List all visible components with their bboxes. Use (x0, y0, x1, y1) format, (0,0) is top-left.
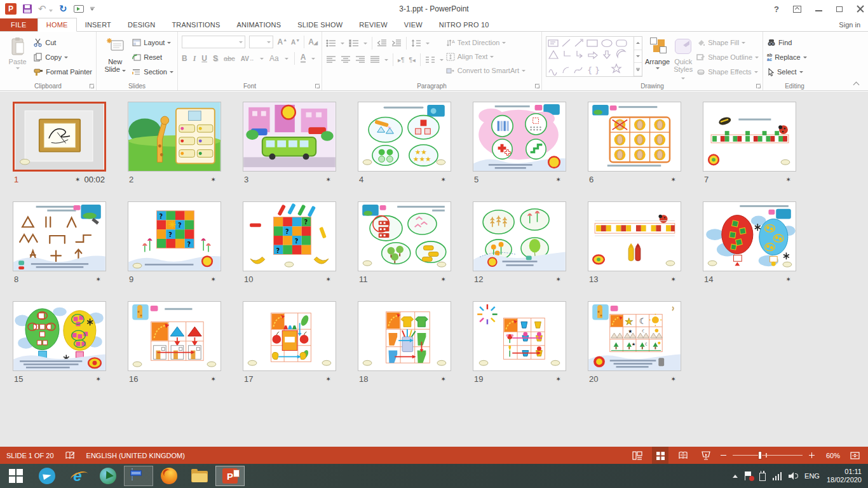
undo-button[interactable]: ↶ (38, 3, 53, 15)
italic-button[interactable]: I (193, 54, 196, 64)
zoom-slider-knob[interactable] (758, 451, 762, 459)
slide-cell[interactable]: 11 ✶ (358, 201, 451, 284)
help-button[interactable]: ? (774, 4, 779, 14)
taskbar-clock[interactable]: 01:1118/02/2020 (827, 468, 862, 484)
quick-styles-button[interactable]: QuickStyles (672, 34, 694, 81)
slide-cell[interactable]: 13 ✶ (588, 201, 681, 284)
new-slide-button[interactable]: NewSlide (100, 34, 130, 81)
underline-button[interactable]: U (201, 54, 207, 63)
action-center-icon[interactable] (745, 471, 752, 480)
slide-thumbnail[interactable]: ???? (243, 201, 336, 271)
section-caret-icon[interactable] (170, 71, 173, 73)
undo-caret-icon[interactable] (49, 10, 53, 12)
slide-thumbnail[interactable] (13, 201, 106, 271)
reading-view-button[interactable] (675, 447, 691, 464)
columns-icon[interactable] (425, 55, 435, 64)
slide-cell[interactable]: 12 ✶ (473, 201, 566, 284)
cut-button[interactable]: Cut (34, 36, 92, 49)
slide-thumbnail[interactable] (588, 201, 681, 271)
start-slideshow-icon[interactable] (74, 5, 84, 13)
align-text-button[interactable]: Align Text (446, 50, 526, 63)
copy-button[interactable]: Copy (34, 51, 92, 64)
slide-sorter-view-button[interactable] (652, 447, 668, 464)
font-color-caret-icon[interactable] (311, 58, 315, 60)
slide-thumbnail[interactable] (703, 102, 796, 172)
normal-view-button[interactable] (629, 447, 646, 464)
slide-cell[interactable]: 6 ✶ (588, 102, 681, 184)
power-icon[interactable] (759, 473, 766, 481)
text-direction-button[interactable]: A Text Direction (446, 36, 526, 49)
slide-thumbnail[interactable] (358, 201, 451, 271)
tab-review[interactable]: REVIEW (351, 18, 396, 31)
increase-indent-icon[interactable] (391, 39, 402, 48)
select-caret-icon[interactable] (799, 71, 803, 73)
tab-animations[interactable]: ANIMATIONS (229, 18, 290, 31)
text-shadow-button[interactable]: S (213, 54, 218, 63)
grow-font-button[interactable]: A▲ (277, 37, 287, 46)
ribbon-display-options-button[interactable] (793, 6, 801, 13)
slide-thumbnail[interactable] (243, 102, 336, 172)
fit-to-window-button[interactable] (846, 447, 863, 464)
tab-transitions[interactable]: TRANSITIONS (163, 18, 228, 31)
format-painter-button[interactable]: Format Painter (34, 65, 92, 78)
taskbar-internet-explorer[interactable]: e (63, 466, 92, 486)
find-button[interactable]: Find (767, 36, 807, 49)
tab-file[interactable]: FILE (0, 18, 37, 31)
slide-thumbnail[interactable] (13, 102, 106, 172)
slide-thumbnail[interactable] (703, 201, 796, 271)
slide-thumbnail[interactable]: ★★★★★ (358, 102, 451, 172)
slide-thumbnail[interactable] (473, 301, 566, 371)
paragraph-dialog-launcher[interactable] (535, 84, 539, 88)
zoom-out-button[interactable] (721, 455, 726, 456)
clipboard-dialog-launcher[interactable] (90, 84, 94, 88)
slide-cell[interactable]: 7 ✶ (703, 102, 796, 184)
tab-nitro-pro[interactable]: NITRO PRO 10 (431, 18, 498, 31)
section-button[interactable]: Section (132, 65, 173, 78)
font-dialog-launcher[interactable] (315, 84, 320, 88)
tab-slide-show[interactable]: SLIDE SHOW (289, 18, 351, 31)
rtl-direction-icon[interactable]: ¶◂ (409, 57, 415, 64)
collapse-ribbon-button[interactable] (853, 81, 859, 86)
decrease-indent-icon[interactable] (377, 39, 387, 48)
shape-fill-button[interactable]: Shape Fill (696, 36, 759, 49)
line-spacing-icon[interactable] (411, 39, 421, 48)
replace-button[interactable]: abac Replace (767, 51, 807, 64)
network-signal-icon[interactable] (773, 472, 782, 480)
slide-thumbnail[interactable] (588, 102, 681, 172)
ltr-direction-icon[interactable]: ▸¶ (398, 57, 404, 64)
input-language-indicator[interactable]: ENG (804, 472, 820, 480)
slide-cell[interactable]: 14 ✶ (703, 201, 796, 284)
tab-home[interactable]: HOME (37, 18, 77, 32)
zoom-in-button[interactable] (809, 452, 815, 458)
bold-button[interactable]: B (182, 54, 187, 63)
slide-thumbnail[interactable] (128, 102, 221, 172)
sign-in-link[interactable]: Sign in (831, 18, 868, 31)
font-name-combo[interactable] (182, 36, 245, 48)
slide-cell[interactable]: 1 ✶ 00:02 (13, 102, 106, 184)
taskbar-onscreen-keyboard[interactable] (124, 466, 153, 486)
language-indicator[interactable]: ENGLISH (UNITED KINGDOM) (86, 452, 185, 459)
taskbar-firefox[interactable] (154, 466, 184, 486)
shapes-gallery-scrollbar[interactable] (634, 37, 642, 76)
replace-caret-icon[interactable] (803, 57, 807, 58)
taskbar-file-explorer[interactable] (185, 466, 214, 486)
slide-cell[interactable]: 3 ✶ (243, 102, 336, 184)
customize-qat-button[interactable] (90, 7, 95, 11)
zoom-slider[interactable] (733, 447, 803, 464)
slide-cell[interactable]: 16 ✶ (128, 301, 221, 384)
tab-insert[interactable]: INSERT (77, 18, 119, 31)
slide-cell[interactable]: 2 ✶ (128, 102, 221, 184)
slide-thumbnail[interactable]: ???? (128, 201, 221, 271)
character-spacing-button[interactable]: AV↔ (241, 55, 254, 62)
taskbar-powerpoint[interactable]: P (215, 466, 245, 486)
convert-smartart-button[interactable]: Convert to SmartArt (446, 64, 526, 77)
bullets-icon[interactable] (326, 39, 336, 48)
slide-thumbnail[interactable] (13, 301, 106, 371)
shrink-font-button[interactable]: A▼ (291, 38, 300, 46)
zoom-level[interactable]: 60% (821, 452, 840, 459)
show-hidden-icons-button[interactable] (733, 475, 738, 478)
paste-button[interactable]: Paste (4, 34, 31, 81)
powerpoint-app-icon[interactable]: P (5, 3, 17, 15)
font-size-combo[interactable] (249, 36, 273, 48)
reset-button[interactable]: Reset (132, 51, 173, 64)
